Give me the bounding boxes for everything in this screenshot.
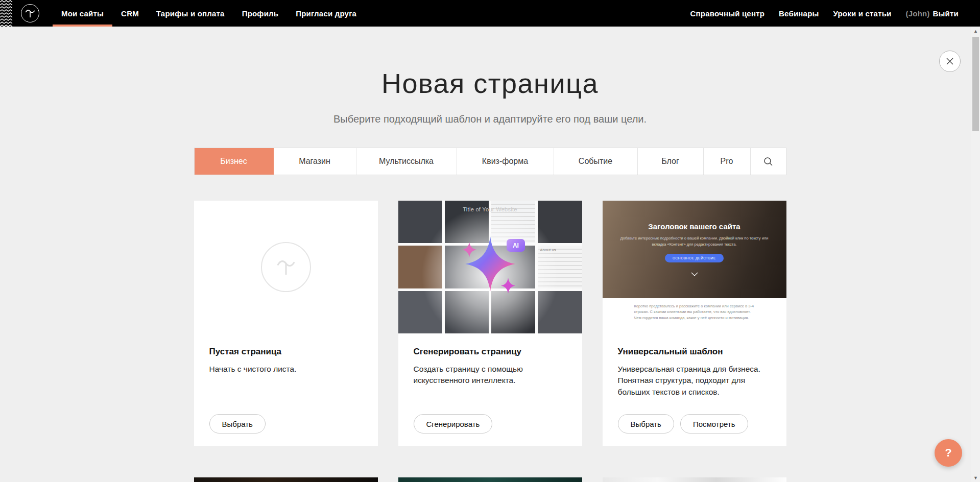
secondary-nav: Справочный центр Вебинары Уроки и статьи…	[683, 0, 966, 27]
tab-business[interactable]: Бизнес	[195, 148, 274, 175]
tilda-watermark-icon	[272, 253, 300, 281]
ai-badge: AI	[507, 239, 525, 252]
scrollbar-down-arrow[interactable]: ▼	[971, 473, 980, 482]
template-card-universal: Заголовок вашего сайта Добавьте интересн…	[603, 201, 786, 446]
zigzag-pattern	[0, 0, 13, 27]
universal-card-preview: Заголовок вашего сайта Добавьте интересн…	[603, 201, 786, 333]
close-button[interactable]	[939, 51, 961, 72]
tab-blog[interactable]: Блог	[638, 148, 704, 175]
ai-card-preview: About us Title of Your Website	[398, 201, 582, 333]
close-icon	[946, 57, 954, 65]
tab-event[interactable]: Событие	[554, 148, 638, 175]
new-page-dialog: Новая страница Выберите подходящий шабло…	[0, 67, 980, 482]
blank-card-preview	[194, 201, 378, 333]
nav-crm[interactable]: CRM	[112, 0, 148, 27]
preview-cta-button: основное действие	[665, 254, 724, 262]
card-description: Создать страницу с помощью искусственног…	[414, 364, 567, 387]
tab-pro[interactable]: Pro	[704, 148, 751, 175]
tab-store[interactable]: Магазин	[274, 148, 356, 175]
logout-label: Выйти	[933, 9, 959, 18]
chevron-down-icon	[691, 272, 698, 276]
nav-webinars[interactable]: Вебинары	[772, 9, 826, 18]
tab-multilink[interactable]: Мультиссылка	[356, 148, 457, 175]
user-name: (John)	[906, 9, 930, 18]
scrollbar-up-arrow[interactable]: ▲	[971, 27, 980, 35]
nav-profile[interactable]: Профиль	[233, 0, 288, 27]
page-title: Новая страница	[194, 67, 786, 99]
template-card-partial-1[interactable]	[194, 477, 378, 482]
page-subtitle: Выберите подходящий шаблон и адаптируйте…	[194, 113, 786, 125]
nav-invite-friend[interactable]: Пригласи друга	[287, 0, 365, 27]
topbar: Мои сайты CRM Тарифы и оплата Профиль Пр…	[0, 0, 980, 27]
select-blank-button[interactable]: Выбрать	[209, 414, 266, 433]
preview-hero: Заголовок вашего сайта Добавьте интересн…	[603, 201, 786, 298]
template-card-ai: About us Title of Your Website	[398, 201, 582, 446]
nav-lessons[interactable]: Уроки и статьи	[826, 9, 899, 18]
help-button[interactable]: ?	[935, 439, 962, 467]
template-grid: Пустая страница Начать с чистого листа. …	[194, 201, 786, 482]
tab-search[interactable]	[751, 148, 786, 175]
card-title: Универсальный шаблон	[618, 347, 771, 357]
tilda-logo-icon	[22, 6, 38, 21]
card-title: Сгенерировать страницу	[414, 347, 567, 357]
main-nav: Мои сайты CRM Тарифы и оплата Профиль Пр…	[53, 0, 365, 27]
logout-link[interactable]: (John) Выйти	[899, 9, 966, 18]
tab-quiz-form[interactable]: Квиз-форма	[457, 148, 554, 175]
template-card-partial-2[interactable]	[398, 477, 582, 482]
card-description: Начать с чистого листа.	[209, 364, 363, 375]
card-title: Пустая страница	[209, 347, 363, 357]
scrollbar[interactable]: ▲ ▼	[971, 27, 980, 482]
nav-help-center[interactable]: Справочный центр	[683, 9, 772, 18]
tilda-watermark	[194, 201, 378, 333]
template-card-blank: Пустая страница Начать с чистого листа. …	[194, 201, 378, 446]
select-universal-button[interactable]: Выбрать	[618, 414, 674, 433]
template-card-partial-3[interactable]	[603, 477, 786, 482]
preview-heading: Заголовок вашего сайта	[648, 222, 740, 231]
preview-body-section: Коротко представьтесь и расскажите о ком…	[603, 303, 786, 333]
scrollbar-thumb[interactable]	[972, 37, 979, 131]
template-category-tabs: Бизнес Магазин Мультиссылка Квиз-форма С…	[194, 148, 786, 175]
generate-button[interactable]: Сгенерировать	[414, 414, 493, 433]
ai-sparkle-icon	[447, 224, 534, 310]
nav-my-sites[interactable]: Мои сайты	[53, 0, 112, 27]
nav-pricing[interactable]: Тарифы и оплата	[148, 0, 233, 27]
preview-subtext: Добавьте интересные подробности о вашей …	[618, 235, 771, 247]
search-icon	[763, 157, 773, 166]
card-description: Универсальная страница для бизнеса. Поня…	[618, 364, 771, 398]
preview-body-text: Коротко представьтесь и расскажите о ком…	[634, 303, 757, 321]
preview-universal-button[interactable]: Посмотреть	[680, 414, 748, 433]
tilda-logo[interactable]	[21, 4, 39, 22]
